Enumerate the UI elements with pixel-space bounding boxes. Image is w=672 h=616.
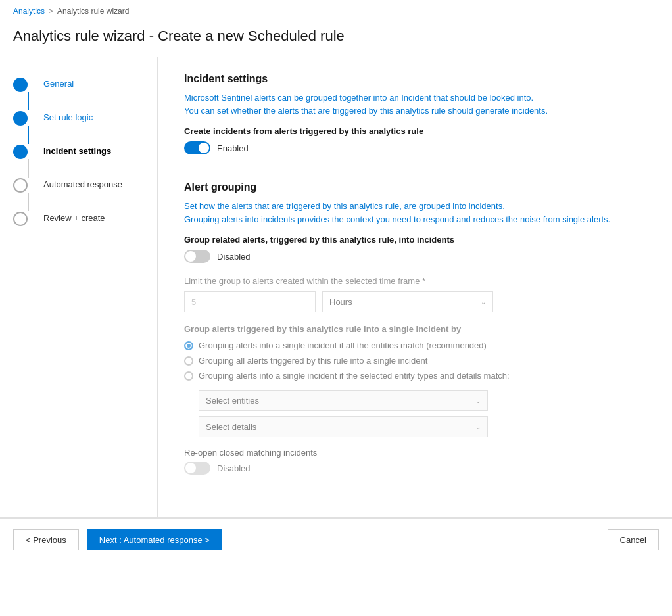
step-incident-settings: Incident settings [13,144,144,178]
incident-settings-title: Incident settings [184,73,646,85]
toggle-thumb-enabled [199,143,209,153]
incident-settings-section: Incident settings Microsoft Sentinel ale… [184,73,646,154]
radio-item-all-alerts[interactable]: Grouping all alerts triggered by this ru… [184,356,646,366]
select-entities-placeholder: Select entities [206,396,259,406]
step-circle-automated-response [13,178,28,193]
select-details-dropdown[interactable]: Select details ⌄ [199,416,488,437]
step-label-general[interactable]: General [43,77,74,89]
reopen-toggle-row: Disabled [184,462,646,475]
step-circle-review-create [13,212,28,226]
step-label-automated-response: Automated response [43,178,122,189]
step-label-incident-settings: Incident settings [43,144,111,156]
radio-label-all-entities: Grouping alerts into a single incident i… [199,341,487,350]
time-unit-select[interactable]: Hours ⌄ [322,291,493,312]
time-unit-chevron: ⌄ [481,298,486,306]
group-alerts-toggle[interactable] [184,250,210,263]
radio-circle-selected-entities [184,371,193,381]
breadcrumb-wizard: Analytics rule wizard [57,7,129,16]
radio-group-grouping: Grouping alerts into a single incident i… [184,341,646,381]
radio-circle-all-entities [184,341,193,350]
grouping-desc-line2: Grouping alerts into incidents provides … [184,214,610,224]
breadcrumb-analytics-link[interactable]: Analytics [13,7,45,16]
create-incidents-toggle[interactable] [184,141,210,154]
page-title: Analytics rule wizard - Create a new Sch… [0,22,672,57]
create-incidents-toggle-row: Enabled [184,141,646,154]
step-label-set-rule-logic[interactable]: Set rule logic [43,110,93,122]
step-review-create: Review + create [13,211,144,226]
radio-label-selected-entities: Grouping alerts into a single incident i… [199,371,510,381]
time-frame-row: Hours ⌄ [184,291,646,312]
group-by-label: Group alerts triggered by this analytics… [184,324,646,334]
incident-settings-desc-line1: Microsoft Sentinel alerts can be grouped… [184,93,533,103]
radio-item-selected-entities[interactable]: Grouping alerts into a single incident i… [184,371,646,381]
create-incidents-label: Create incidents from alerts triggered b… [184,126,646,136]
radio-circle-all-alerts [184,356,193,366]
main-layout: General Set rule logic Incident settings [0,57,672,517]
alert-grouping-desc: Set how the alerts that are triggered by… [184,200,646,225]
toggle-track-reopen [184,462,210,475]
breadcrumb: Analytics > Analytics rule wizard [0,0,672,22]
section-divider [184,168,646,168]
step-general[interactable]: General [13,77,144,110]
time-frame-label: Limit the group to alerts created within… [184,276,646,286]
time-unit-value: Hours [329,297,352,307]
content-area: Incident settings Microsoft Sentinel ale… [158,57,672,517]
footer: < Previous Next : Automated response > C… [0,518,672,561]
select-details-chevron: ⌄ [475,423,481,431]
reopen-section: Re-open closed matching incidents Disabl… [184,448,646,475]
next-button[interactable]: Next : Automated response > [87,529,222,550]
alert-grouping-title: Alert grouping [184,181,646,193]
reopen-toggle[interactable] [184,462,210,475]
group-alerts-label: Group related alerts, triggered by this … [184,235,646,245]
toggle-enabled-label: Enabled [217,143,249,153]
select-entities-dropdown[interactable]: Select entities ⌄ [199,390,488,411]
alert-grouping-section: Alert grouping Set how the alerts that a… [184,181,646,475]
group-alerts-toggle-row: Disabled [184,250,646,263]
time-frame-section: Limit the group to alerts created within… [184,276,646,475]
connector-4 [28,193,29,211]
connector-1 [28,92,29,110]
toggle-thumb-grouping [185,251,196,262]
incident-settings-desc: Microsoft Sentinel alerts can be grouped… [184,91,646,117]
step-circle-incident-settings [13,145,28,159]
step-set-rule-logic[interactable]: Set rule logic [13,110,144,144]
step-circle-general [13,78,28,92]
step-circle-set-rule-logic [13,111,28,126]
breadcrumb-separator: > [49,7,53,16]
toggle-track-enabled [184,141,210,154]
radio-label-all-alerts: Grouping all alerts triggered by this ru… [199,356,427,366]
select-entities-chevron: ⌄ [475,397,481,404]
time-value-input[interactable] [184,291,316,312]
previous-button[interactable]: < Previous [13,529,79,550]
connector-3 [28,159,29,178]
toggle-track-grouping [184,250,210,263]
incident-settings-desc-line2: You can set whether the alerts that are … [184,106,548,116]
reopen-label: Re-open closed matching incidents [184,448,646,458]
radio-item-all-entities[interactable]: Grouping alerts into a single incident i… [184,341,646,350]
select-details-placeholder: Select details [206,422,256,432]
reopen-toggle-label: Disabled [217,463,251,473]
toggle-grouping-label: Disabled [217,252,251,262]
connector-2 [28,126,29,144]
step-label-review-create: Review + create [43,211,105,223]
toggle-thumb-reopen [185,463,196,473]
cancel-button[interactable]: Cancel [608,529,659,550]
sidebar: General Set rule logic Incident settings [0,57,158,517]
step-automated-response: Automated response [13,178,144,211]
grouping-desc-line1: Set how the alerts that are triggered by… [184,201,505,211]
